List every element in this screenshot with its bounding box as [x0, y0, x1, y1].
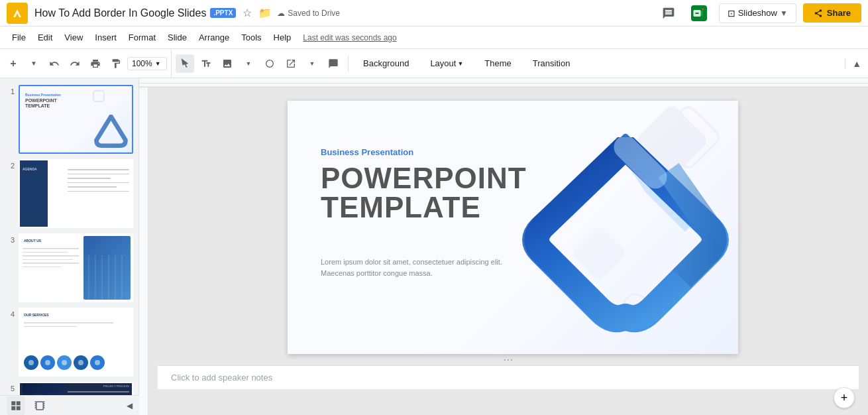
svg-point-5 [702, 8, 704, 10]
menu-format[interactable]: Format [123, 30, 161, 45]
layout-button[interactable]: Layout ▼ [421, 55, 472, 72]
s2-arrow [30, 174, 42, 210]
doc-title: How To Add Border In Google Slides [34, 7, 206, 19]
slide-4-number: 4 [5, 308, 15, 318]
transition-button[interactable]: Transition [523, 55, 580, 72]
slide-3-number: 3 [5, 233, 15, 244]
menu-edit[interactable]: Edit [32, 30, 58, 45]
slide-body-text: Lorem ipsum dolor sit amet, consectetuer… [321, 258, 502, 277]
s3-title: ABOUT US [24, 239, 41, 243]
slide-3-image[interactable]: ABOUT US [19, 233, 133, 302]
comments-button[interactable] [658, 3, 679, 24]
s1-title: POWERPOINTTEMPLATE [25, 98, 57, 109]
blue-arch-svg [523, 137, 728, 336]
zoom-control[interactable]: 100% ▼ [127, 57, 167, 70]
s1-deco1 [92, 89, 105, 103]
menu-help[interactable]: Help [268, 30, 297, 45]
slide-4-image[interactable]: OUR SERVICES [19, 308, 133, 377]
slide-2-thumb[interactable]: 2 AGENDA [5, 159, 133, 228]
collapse-toolbar-button[interactable]: ▲ [852, 58, 861, 69]
theme-button[interactable]: Theme [475, 55, 520, 72]
slide-1-thumb[interactable]: 1 Business Presentation POWERPOINTTEMPLA… [5, 85, 133, 154]
collapse-panel-button[interactable]: ◀ [127, 401, 133, 410]
slideshow-button[interactable]: ⊡ Slideshow ▼ [719, 3, 796, 23]
google-meet-button[interactable] [686, 3, 712, 24]
top-icons: ☆ 📁 [241, 5, 273, 21]
slide-2-image[interactable]: AGENDA [19, 159, 133, 228]
redo-button[interactable] [66, 54, 84, 73]
slide-scroll: Business Presentation POWERPOINT TEMPLAT… [139, 88, 868, 415]
image-tool-button[interactable] [218, 54, 237, 73]
slide-4-thumb[interactable]: 4 OUR SERVICES [5, 308, 133, 377]
background-button[interactable]: Background [354, 55, 418, 72]
s1-subtitle: Business Presentation [25, 93, 61, 97]
add-slide-button[interactable]: + [4, 54, 23, 73]
toolbar-left: + ▼ 100% ▼ [0, 49, 172, 78]
saved-label: Saved to Drive [288, 9, 340, 18]
zoom-level: 100% [132, 59, 152, 68]
toolbar: + ▼ 100% ▼ ▼ [0, 49, 868, 78]
slideshow-dropdown-arrow[interactable]: ▼ [780, 9, 788, 18]
slide-title-line1: POWERPOINT [321, 164, 527, 193]
ruler-h-ticks [139, 78, 868, 88]
line-dropdown-button[interactable]: ▼ [303, 54, 321, 73]
select-tool-button[interactable] [176, 54, 194, 73]
toolbar-right: ▲ [845, 58, 868, 69]
menu-bar: File Edit View Insert Format Slide Arran… [0, 27, 868, 49]
ruler-horizontal [139, 78, 868, 88]
slide-canvas[interactable]: Business Presentation POWERPOINT TEMPLAT… [288, 101, 738, 354]
menu-file[interactable]: File [7, 30, 31, 45]
last-edit: Last edit was seconds ago [303, 33, 396, 42]
s4-title: OUR SERVICES [24, 313, 49, 317]
notes-placeholder: Click to add speaker notes [171, 373, 272, 383]
comment-insert-button[interactable] [324, 54, 343, 73]
canvas-scroll-area: Business Presentation POWERPOINT TEMPLAT… [139, 88, 868, 415]
notes-area[interactable]: Click to add speaker notes [158, 365, 859, 389]
share-button[interactable]: Share [803, 3, 861, 23]
print-button[interactable] [86, 54, 105, 73]
slide-1-image[interactable]: Business Presentation POWERPOINTTEMPLATE [19, 85, 133, 154]
image-dropdown-button[interactable]: ▼ [239, 54, 258, 73]
s1-shape [93, 115, 129, 151]
slide-3-thumb[interactable]: 3 ABOUT US [5, 233, 133, 302]
slide-1-number: 1 [5, 85, 15, 95]
grid-view-button[interactable] [7, 396, 25, 415]
menu-slide[interactable]: Slide [162, 30, 192, 45]
star-icon[interactable]: ☆ [241, 5, 253, 21]
layout-dropdown-icon: ▼ [457, 60, 463, 67]
top-bar: How To Add Border In Google Slides .PPTX… [0, 0, 868, 27]
menu-insert[interactable]: Insert [89, 30, 122, 45]
bottom-view-bar: ◀ [0, 395, 139, 415]
top-right-actions: ⊡ Slideshow ▼ Share [658, 3, 861, 24]
add-slide-floating-button[interactable]: + [834, 387, 855, 408]
main-layout: 1 Business Presentation POWERPOINTTEMPLA… [0, 78, 868, 415]
s3-photo [83, 236, 131, 300]
zoom-dropdown-icon: ▼ [155, 60, 161, 67]
s3-lines [23, 245, 79, 270]
menu-view[interactable]: View [59, 30, 88, 45]
slideshow-icon: ⊡ [728, 8, 735, 19]
slide-subtitle: Business Presentation [321, 147, 413, 157]
menu-arrange[interactable]: Arrange [193, 30, 235, 45]
slideshow-label: Slideshow [738, 8, 777, 18]
slide-panel: 1 Business Presentation POWERPOINTTEMPLA… [0, 78, 139, 415]
undo-button[interactable] [45, 54, 64, 73]
add-dropdown-button[interactable]: ▼ [25, 54, 43, 73]
saved-to-drive: ☁ Saved to Drive [277, 9, 340, 18]
slide-title-line2: TEMPLATE [321, 193, 527, 222]
share-label: Share [827, 8, 851, 18]
svg-rect-7 [93, 91, 104, 101]
paint-format-button[interactable] [107, 54, 125, 73]
line-tool-button[interactable] [282, 54, 300, 73]
drive-folder-icon[interactable]: 📁 [257, 5, 273, 21]
app-icon [7, 3, 28, 24]
canvas-area: Business Presentation POWERPOINT TEMPLAT… [139, 78, 868, 415]
pptx-badge: .PPTX [210, 8, 236, 18]
textbox-tool-button[interactable] [197, 54, 215, 73]
filmstrip-view-button[interactable] [30, 396, 49, 415]
s4-lines [24, 320, 113, 329]
svg-point-6 [266, 60, 274, 67]
blue-arch-container [523, 137, 728, 336]
shape-tool-button[interactable] [260, 54, 279, 73]
menu-tools[interactable]: Tools [236, 30, 266, 45]
